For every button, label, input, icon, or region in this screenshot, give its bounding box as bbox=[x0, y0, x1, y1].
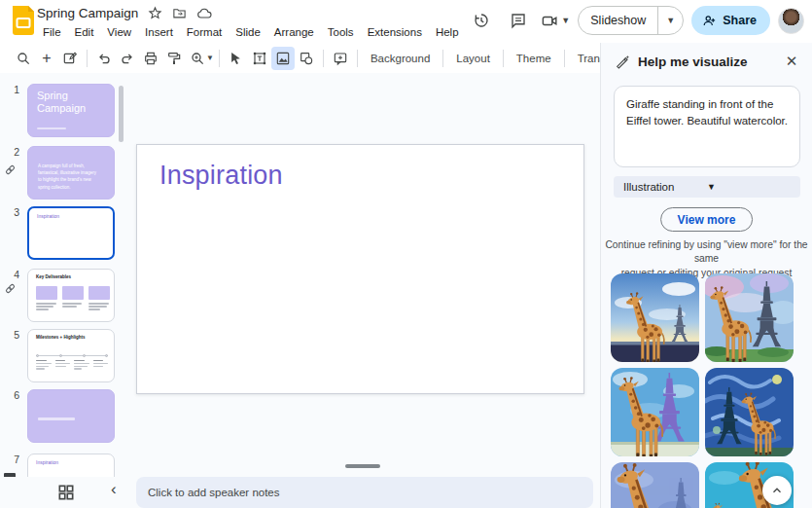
thumb-title: Spring Campaign bbox=[37, 90, 99, 115]
menu-edit[interactable]: Edit bbox=[69, 24, 100, 40]
slide-number: 2 bbox=[6, 146, 19, 158]
slideshow-dropdown[interactable]: ▼ bbox=[657, 7, 683, 34]
collapse-filmstrip-icon[interactable]: ‹ bbox=[111, 480, 117, 499]
share-label: Share bbox=[723, 14, 757, 27]
slideshow-label[interactable]: Slideshow bbox=[579, 7, 657, 34]
help-me-visualize-panel: Help me visualize ✕ Giraffe standing in … bbox=[600, 43, 812, 508]
generated-image-2[interactable] bbox=[705, 273, 794, 362]
slide-number: 1 bbox=[6, 84, 19, 95]
bottom-bar: ‹ Click to add speaker notes bbox=[0, 477, 600, 508]
menu-extensions[interactable]: Extensions bbox=[362, 24, 428, 40]
generated-images-grid bbox=[611, 273, 794, 508]
filmstrip-scrollbar[interactable] bbox=[119, 86, 124, 142]
menu-help[interactable]: Help bbox=[430, 24, 465, 40]
speaker-notes-input[interactable]: Click to add speaker notes bbox=[136, 477, 593, 508]
theme-button[interactable]: Theme bbox=[509, 49, 559, 68]
panel-title: Help me visualize bbox=[638, 54, 775, 69]
print-icon[interactable] bbox=[139, 47, 162, 70]
person-add-icon bbox=[702, 14, 717, 28]
menu-arrange[interactable]: Arrange bbox=[268, 24, 320, 40]
chevron-down-icon: ▼ bbox=[561, 16, 570, 25]
thumb-title: Milestones + Highlights bbox=[36, 335, 85, 340]
document-title[interactable]: Spring Campaign bbox=[37, 6, 138, 20]
layout-button[interactable]: Layout bbox=[448, 49, 498, 68]
slide-number: 5 bbox=[6, 329, 19, 341]
chevron-up-icon bbox=[770, 484, 784, 497]
slideshow-button[interactable]: Slideshow ▼ bbox=[578, 6, 684, 35]
text-box-icon[interactable] bbox=[248, 47, 271, 70]
menu-file[interactable]: File bbox=[37, 24, 67, 40]
slide-title-text[interactable]: Inspiration bbox=[159, 161, 283, 191]
close-icon[interactable]: ✕ bbox=[783, 53, 800, 70]
menu-tools[interactable]: Tools bbox=[322, 24, 360, 40]
paint-format-icon[interactable] bbox=[162, 47, 186, 70]
version-history-icon[interactable] bbox=[467, 6, 496, 35]
thumb-title: Inspiration bbox=[36, 459, 58, 465]
menu-slide[interactable]: Slide bbox=[229, 24, 266, 40]
scroll-up-button[interactable] bbox=[762, 476, 792, 505]
menu-format[interactable]: Format bbox=[181, 24, 228, 40]
zoom-dropdown-caret[interactable]: ▼ bbox=[206, 54, 214, 62]
undo-icon[interactable] bbox=[92, 47, 116, 70]
thumb-title: Key Deliverables bbox=[36, 274, 71, 279]
cloud-saved-icon[interactable] bbox=[196, 6, 211, 20]
slides-logo-icon[interactable] bbox=[11, 6, 36, 35]
style-dropdown-value: Illustration bbox=[623, 181, 707, 193]
thumb-title: Inspiration bbox=[37, 213, 59, 219]
generated-image-4[interactable] bbox=[705, 368, 794, 456]
menu-bar: File Edit View Insert Format Slide Arran… bbox=[37, 24, 465, 40]
link-icon bbox=[4, 163, 17, 176]
background-button[interactable]: Background bbox=[363, 49, 438, 68]
insert-comment-icon[interactable] bbox=[329, 47, 352, 70]
meet-camera-button[interactable]: ▼ bbox=[541, 12, 570, 30]
search-menus-icon[interactable] bbox=[12, 47, 35, 70]
speaker-notes-placeholder: Click to add speaker notes bbox=[148, 487, 280, 498]
chevron-down-icon: ▼ bbox=[707, 182, 791, 192]
account-avatar[interactable] bbox=[778, 8, 804, 34]
redo-icon[interactable] bbox=[116, 47, 139, 70]
slide-number: 4 bbox=[6, 269, 19, 280]
google-slides-window: Spring Campaign File Edit View Insert Fo… bbox=[0, 0, 812, 508]
prompt-text: Giraffe standing in front of the Eiffel … bbox=[626, 96, 788, 130]
style-dropdown[interactable]: Illustration ▼ bbox=[614, 176, 800, 198]
insert-image-icon[interactable] bbox=[271, 47, 295, 70]
slide-canvas[interactable]: Inspiration bbox=[136, 144, 584, 394]
generated-image-3[interactable] bbox=[611, 368, 699, 456]
new-slide-layout-icon[interactable] bbox=[58, 47, 82, 70]
grid-view-icon[interactable] bbox=[56, 483, 76, 502]
generated-image-5[interactable] bbox=[611, 462, 699, 508]
slide-number: 6 bbox=[6, 389, 19, 401]
notes-resize-handle[interactable] bbox=[345, 464, 380, 468]
menu-view[interactable]: View bbox=[101, 24, 137, 40]
thumb-body: A campaign full of fresh, fantastical, i… bbox=[38, 163, 98, 191]
move-folder-icon[interactable] bbox=[172, 6, 187, 20]
view-more-button[interactable]: View more bbox=[660, 207, 754, 232]
slide-number: 7 bbox=[6, 454, 19, 465]
toolbar: + ▼ Background Layout Theme Transition ⋮ bbox=[0, 43, 600, 73]
app-bar: Spring Campaign File Edit View Insert Fo… bbox=[0, 0, 812, 43]
share-button[interactable]: Share bbox=[691, 6, 770, 35]
link-icon bbox=[4, 282, 17, 295]
new-slide-icon[interactable]: + bbox=[35, 47, 58, 70]
star-icon[interactable] bbox=[148, 6, 162, 20]
insert-shape-icon[interactable] bbox=[295, 47, 318, 70]
magic-pen-icon bbox=[615, 54, 630, 69]
select-tool-icon[interactable] bbox=[225, 47, 248, 70]
slide-number: 3 bbox=[6, 206, 19, 218]
menu-insert[interactable]: Insert bbox=[139, 24, 179, 40]
generated-image-1[interactable] bbox=[611, 273, 699, 362]
comments-icon[interactable] bbox=[504, 6, 533, 35]
prompt-textarea[interactable]: Giraffe standing in front of the Eiffel … bbox=[614, 86, 800, 167]
